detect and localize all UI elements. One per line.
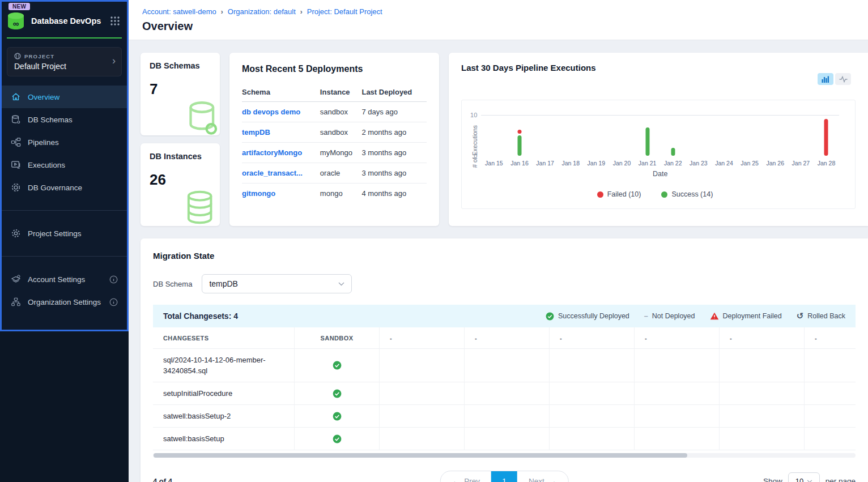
column-header-dash: - [805,327,856,349]
x-axis-tick: Jan 21 [635,160,660,167]
content: DB Schemas 7 DB Instances 26 [129,40,868,482]
changeset-status-cell [295,349,380,382]
x-axis-tick: Jan 24 [711,160,737,167]
check-circle-icon [333,389,342,398]
recent-deployments-card: Most Recent 5 Deployments Schema Instanc… [229,53,439,226]
breadcrumb-separator-icon: › [221,8,223,16]
column-header-dash: - [720,327,805,349]
breadcrumb-project-link[interactable]: Project: Default Project [307,7,382,16]
legend-label: Failed (10) [607,190,641,198]
legend-rolled-back: ↺ Rolled Back [797,311,845,321]
sidebar-item-label: Executions [28,161,65,169]
organization-settings-icon [11,297,21,307]
horizontal-scrollbar-thumb[interactable] [154,453,687,458]
sidebar-item-label: DB Governance [28,184,82,192]
instance-cell: myMongo [320,143,362,163]
schema-link[interactable]: db devops demo [242,108,300,116]
db-schema-cylinder-icon [181,98,219,135]
bar-success [671,148,675,156]
sidebar-item-account-settings[interactable]: Account Settings [2,268,127,291]
sidebar-item-label: Overview [28,93,59,101]
last-deployed-cell: 3 months ago [361,143,427,163]
db-instances-stack-icon [179,189,219,226]
db-instances-stat-card: DB Instances 26 [141,143,220,226]
breadcrumb-account-link[interactable]: Account: satwell-demo [142,7,216,16]
breadcrumb-organization-link[interactable]: Organization: default [228,7,296,16]
legend-label: Rolled Back [807,312,845,320]
x-axis-tick: Jan 28 [814,160,839,167]
column-header-changesets: CHANGESETS [153,327,295,349]
legend-label: Deployment Failed [723,312,782,320]
last-deployed-cell: 2 months ago [361,122,427,143]
chart-view-toggle [818,73,851,85]
x-axis-tick: Jan 16 [507,160,532,167]
column-header-instance: Instance [320,83,362,102]
sidebar-item-label: DB Schemas [28,116,73,124]
next-page-button[interactable]: Next → [517,471,568,482]
info-icon[interactable] [109,298,118,306]
sidebar-item-overview[interactable]: Overview [2,86,127,108]
legend-label: Not Deployed [652,312,695,320]
sidebar-item-db-schemas[interactable]: DB Schemas [2,108,127,131]
page-size-select[interactable]: 10 [788,472,820,482]
changeset-name: sql/2024-10-14-12-06-member-34240854.sql [153,349,295,382]
executions-icon [11,160,21,170]
apps-grid-icon[interactable] [110,16,120,26]
x-axis-tick: Jan 18 [558,160,584,167]
bar-chart-toggle-button[interactable] [818,73,833,85]
chart-legend: Failed (10)Success (14) [471,190,839,202]
chart-title: Last 30 Days Pipeline Executions [461,63,856,72]
check-circle-icon [333,361,342,370]
instance-cell: oracle [320,163,362,184]
schema-link[interactable]: tempDB [242,128,270,137]
project-icon [14,53,21,59]
changeset-status-cell [295,382,380,405]
table-row: oracle_transact... oracle 3 months ago [242,163,427,184]
sidebar-item-pipelines[interactable]: Pipelines [2,131,127,153]
legend-dot-icon [661,191,667,198]
info-icon[interactable] [109,275,118,284]
schema-link[interactable]: gitmongo [242,189,275,198]
chart-plot: 010 [481,115,839,156]
last-deployed-cell: 7 days ago [361,102,427,122]
table-row: db devops demo sandbox 7 days ago [242,102,427,122]
changeset-status-cell [295,428,380,450]
chart-panel: # of Executions 010 Jan 15Jan 16Jan 17Ja… [461,100,856,209]
sidebar-item-db-governance[interactable]: DB Governance [2,176,127,199]
last-deployed-cell: 3 months ago [361,163,427,184]
schema-link[interactable]: artifactoryMongo [242,148,302,157]
project-selector[interactable]: PROJECT Default Project › [7,47,122,76]
y-axis-label: # of Executions [471,125,479,168]
stat-value: 7 [150,80,211,98]
db-schema-select[interactable]: tempDB [202,274,352,293]
sidebar-item-label: Project Settings [28,229,82,238]
app-title: Database DevOps [31,16,104,25]
sidebar-item-organization-settings[interactable]: Organization Settings [2,291,127,313]
instance-cell: sandbox [320,122,362,143]
sidebar-item-executions[interactable]: Executions [2,153,127,176]
column-header-dash: - [380,327,465,349]
schema-link[interactable]: oracle_transact... [242,169,303,177]
warning-triangle-icon [710,312,719,320]
check-circle-icon [333,434,342,443]
prev-page-button[interactable]: ← Prev [441,471,491,482]
column-header-sandbox: SANDBOX [295,327,380,349]
stat-label: DB Schemas [150,61,211,70]
horizontal-scrollbar-track[interactable] [153,453,856,458]
chevron-down-icon [338,282,344,286]
chart-legend-item: Success (14) [661,190,713,198]
y-axis-tick: 0 [474,152,477,159]
app-logo-database-icon: ∞ [6,11,25,31]
sidebar-divider [2,256,127,257]
arrow-left-icon: ← [452,477,460,482]
chevron-right-icon: › [112,55,116,67]
bar-failed [824,119,828,156]
instance-cell: sandbox [320,102,362,122]
migration-state-card: Migration State DB Schema tempDB Total C… [141,238,868,482]
line-chart-toggle-button[interactable] [835,73,851,85]
page-1-button[interactable]: 1 [491,471,517,482]
sidebar-item-project-settings[interactable]: Project Settings [2,222,127,245]
breadcrumb: Account: satwell-demo › Organization: de… [142,7,854,16]
y-axis-tick: 10 [470,112,477,118]
sidebar-nav: Overview DB Schemas Pipelines [2,86,127,199]
